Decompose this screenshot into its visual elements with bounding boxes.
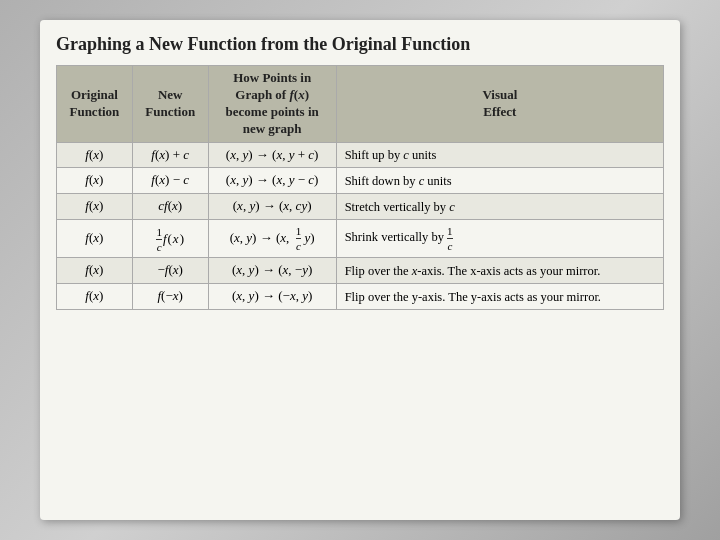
cell-new-4: 1 c f(x) [132,220,208,258]
cell-new-3: cf(x) [132,194,208,220]
cell-visual-3: Stretch vertically by c [336,194,663,220]
header-original: OriginalFunction [57,66,133,143]
table-row: f(x) −f(x) (x, y) → (x, −y) Flip over th… [57,258,664,284]
table-row: f(x) 1 c f(x) (x, y) → (x, 1 c [57,220,664,258]
cell-points-5: (x, y) → (x, −y) [208,258,336,284]
main-card: Graphing a New Function from the Origina… [40,20,680,520]
cell-new-2: f(x) − c [132,168,208,194]
table-row: f(x) f(x) − c (x, y) → (x, y − c) Shift … [57,168,664,194]
cell-points-2: (x, y) → (x, y − c) [208,168,336,194]
cell-visual-5: Flip over the x-axis. The x-axis acts as… [336,258,663,284]
cell-visual-4: Shrink vertically by 1c [336,220,663,258]
cell-points-6: (x, y) → (−x, y) [208,284,336,310]
cell-original-4: f(x) [57,220,133,258]
cell-original-1: f(x) [57,142,133,168]
fraction-1c: 1 c [156,226,162,253]
cell-visual-6: Flip over the y-axis. The y-axis acts as… [336,284,663,310]
header-original-label: OriginalFunction [69,87,119,119]
header-points-label: How Points inGraph of f(x)become points … [226,70,319,136]
cell-original-6: f(x) [57,284,133,310]
cell-original-3: f(x) [57,194,133,220]
cell-points-1: (x, y) → (x, y + c) [208,142,336,168]
table-row: f(x) cf(x) (x, y) → (x, cy) Stretch vert… [57,194,664,220]
transformation-table: OriginalFunction NewFunction How Points … [56,65,664,310]
cell-points-4: (x, y) → (x, 1 c y) [208,220,336,258]
header-new-label: NewFunction [145,87,195,119]
page-title: Graphing a New Function from the Origina… [56,34,664,55]
cell-original-5: f(x) [57,258,133,284]
cell-new-6: f(−x) [132,284,208,310]
header-visual-label: VisualEffect [482,87,517,119]
cell-original-2: f(x) [57,168,133,194]
cell-new-5: −f(x) [132,258,208,284]
header-new: NewFunction [132,66,208,143]
header-points: How Points inGraph of f(x)become points … [208,66,336,143]
header-visual: VisualEffect [336,66,663,143]
table-header-row: OriginalFunction NewFunction How Points … [57,66,664,143]
fraction-display: 1c [447,225,453,252]
fraction-1c-y: 1 c [296,225,302,252]
table-row: f(x) f(x) + c (x, y) → (x, y + c) Shift … [57,142,664,168]
cell-new-1: f(x) + c [132,142,208,168]
cell-visual-1: Shift up by c units [336,142,663,168]
cell-visual-2: Shift down by c units [336,168,663,194]
cell-points-3: (x, y) → (x, cy) [208,194,336,220]
table-row: f(x) f(−x) (x, y) → (−x, y) Flip over th… [57,284,664,310]
